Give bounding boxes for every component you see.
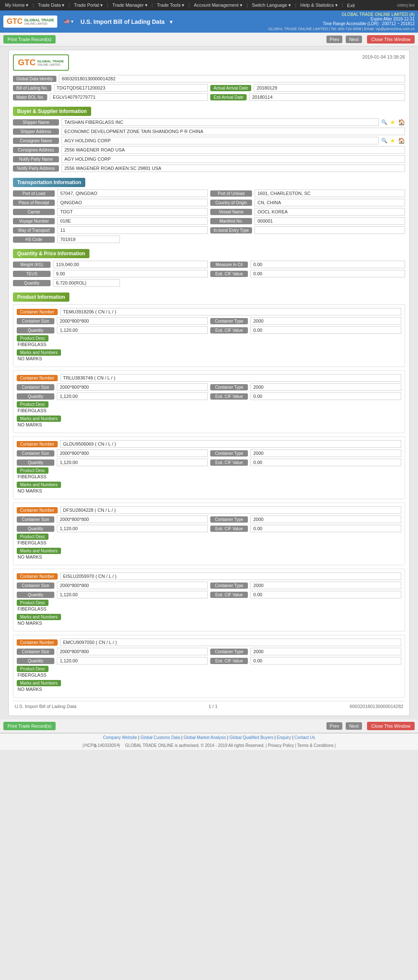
- esti-cif-value-5: 0.00: [250, 657, 401, 664]
- nav-tradedata[interactable]: Trade Data ▾: [36, 2, 66, 9]
- footer-link-company[interactable]: Company Website: [103, 735, 137, 740]
- logo-main-text: GLOBAL TRADE: [24, 18, 54, 22]
- nav-accountmgmt[interactable]: Account Management ▾: [192, 2, 244, 9]
- next-button-top[interactable]: Next: [346, 36, 362, 43]
- shipper-star-icon[interactable]: ★: [390, 119, 395, 126]
- container-number-label-2: Container Number: [17, 441, 58, 447]
- print-button-bottom[interactable]: Print Trade Record(s): [3, 722, 56, 730]
- consignee-address-label: Consignee Address: [13, 147, 59, 153]
- product-desc-row-1: Product Desc FIBERGLASS: [17, 402, 401, 414]
- footer-link-market[interactable]: Global Market Analysis: [184, 735, 226, 740]
- quantity-label-3: Quantity: [17, 526, 54, 532]
- nav-tradetools[interactable]: Trade Tools ▾: [155, 2, 186, 9]
- print-button-top[interactable]: Print Trade Record(s): [3, 35, 56, 44]
- container-type-value-2: 2000: [250, 449, 401, 457]
- record-logo-icon: GTC: [18, 58, 36, 67]
- containers-area: Container Number TEMU3918206 ( CN / L / …: [13, 304, 405, 698]
- notify-party-address-label: Notify Party Address: [13, 165, 59, 172]
- teus-cif-row: TEUS 9.00 Esti. CIF Value 0.00: [13, 270, 405, 277]
- carrier-vessel-row: Carrier TDGT Vessel Name OOCL KOREA: [13, 208, 405, 215]
- container-cif-col-4: Esti. CIF Value 0.00: [210, 591, 401, 598]
- logo-text-block: GLOBAL TRADE ONLINE LIMITED: [24, 18, 54, 25]
- quantity-label-2: Quantity: [17, 459, 54, 466]
- origin-col: Country of Origin CN, CHINA: [210, 199, 405, 206]
- nav-switchlang[interactable]: Switch Language ▾: [250, 2, 293, 9]
- container-qty-cif-row-3: Quantity 1,120.00 Esti. CIF Value 0.00: [17, 525, 401, 532]
- nav-exit[interactable]: Exit: [345, 2, 356, 9]
- weight-value: 119,040.00: [53, 261, 208, 268]
- esti-cif-label-3: Esti. CIF Value: [210, 526, 248, 532]
- footer-link-customs[interactable]: Global Customs Data: [140, 735, 180, 740]
- nav-myhome[interactable]: My Home ▾: [3, 2, 30, 9]
- close-button-bottom[interactable]: Close This Window: [367, 722, 415, 730]
- record-logo-main: GLOBAL TRADE: [37, 59, 64, 63]
- page-info: 1 / 1: [209, 704, 217, 709]
- receipt-label: Place of Receipt: [13, 200, 55, 206]
- port-unload-label: Port of Unload: [210, 190, 252, 197]
- bol-value: TDGTQDSE171200023: [54, 84, 208, 92]
- nav-tradeportal[interactable]: Trade Portal ▾: [72, 2, 104, 9]
- container-type-label-5: Container Type: [210, 649, 248, 655]
- vessel-label: Vessel Name: [210, 209, 252, 215]
- record-logo-box: GTC GLOBAL TRADE ONLINE LIMITED: [13, 54, 69, 71]
- nav-helpstats[interactable]: Help & Statistics ▾: [299, 2, 339, 9]
- container-type-label-3: Container Type: [210, 516, 248, 523]
- container-number-value-1: TRLU3836748 ( CN / L / ): [60, 374, 401, 382]
- prev-button-bottom[interactable]: Prev: [326, 722, 343, 730]
- esti-cif-value-0: 0.00: [250, 326, 401, 334]
- voyage-label: Voyage Number: [13, 218, 55, 224]
- receipt-origin-row: Place of Receipt QINGDAO Country of Orig…: [13, 199, 405, 206]
- container-qty-cif-row-0: Quantity 1,120.00 Esti. CIF Value 0.00: [17, 326, 401, 334]
- mater-bol-value: EGLV140797279771: [50, 93, 208, 101]
- footer-record-bar: U.S. Import Bill of Lading Data 1 / 1 60…: [13, 701, 405, 711]
- esti-cif-value: 0.00: [250, 270, 405, 277]
- footer-link-enquiry[interactable]: Enquiry: [277, 735, 291, 740]
- consignee-search-icon[interactable]: 🔍: [381, 138, 387, 144]
- footer-link-contact[interactable]: Contact Us: [294, 735, 315, 740]
- product-desc-label-5: Product Desc: [17, 666, 48, 672]
- container-type-col-3: Container Type 2000: [210, 516, 401, 523]
- container-block-5: Container Number EMCU9097050 ( CN / L / …: [13, 635, 405, 698]
- consignee-name-label: Consignee Name: [13, 138, 59, 144]
- container-type-col-1: Container Type 2000: [210, 383, 401, 391]
- consignee-home-icon[interactable]: 🏠: [398, 137, 405, 144]
- esti-cif-value-2: 0.00: [250, 459, 401, 466]
- manifest-value: 000001: [255, 217, 405, 225]
- container-type-value-1: 2000: [250, 383, 401, 391]
- esti-arrival-col: Esti Arrival Date 20180114: [210, 93, 405, 101]
- product-desc-value-3: FIBERGLASS: [17, 539, 401, 546]
- notify-party-name-row: Notify Party Name AGY HOLDING CORP: [13, 155, 405, 163]
- prev-button-top[interactable]: Prev: [326, 36, 343, 43]
- notify-party-name-value: AGY HOLDING CORP: [61, 155, 405, 163]
- teus-col: TEUS 9.00: [13, 270, 208, 277]
- next-button-bottom[interactable]: Next: [346, 722, 362, 730]
- esti-cif-col: Esti. CIF Value 0.00: [210, 270, 405, 277]
- footer-link-buyers[interactable]: Global Qualified Buyers: [229, 735, 273, 740]
- bottom-toolbar: Print Trade Record(s) Prev Next Close Th…: [0, 719, 418, 733]
- nav-trademanager[interactable]: Trade Manager ▾: [111, 2, 149, 9]
- container-type-col-4: Container Type 2000: [210, 582, 401, 589]
- shipper-name-row: Shipper Name TAISHAN FIBERGLASS INC 🔍 ★ …: [13, 118, 405, 126]
- container-block-3: Container Number DFSU2804228 ( CN / L / …: [13, 503, 405, 565]
- transportation-header: Transportation Information: [13, 178, 85, 187]
- shipper-home-icon[interactable]: 🏠: [398, 119, 405, 126]
- product-desc-value-4: FIBERGLASS: [17, 605, 401, 613]
- shipper-search-icon[interactable]: 🔍: [381, 119, 387, 125]
- container-type-value-0: 2000: [250, 317, 401, 325]
- title-dropdown[interactable]: ▾: [170, 18, 173, 25]
- notify-party-address-row: Notify Party Address 2556 WAGENER ROAD A…: [13, 164, 405, 172]
- mater-bol-row: Mater BOL No. EGLV140797279771 Esti Arri…: [13, 93, 405, 101]
- header-logo-area: GTC GLOBAL TRADE ONLINE LIMITED 🇺🇸 ▾ U.S…: [3, 15, 173, 28]
- consignee-star-icon[interactable]: ★: [390, 137, 395, 144]
- product-desc-row-4: Product Desc FIBERGLASS: [17, 600, 401, 613]
- actual-arrival-value: 20180129: [254, 84, 405, 92]
- container-size-value-3: 2000*800*800: [57, 516, 208, 523]
- container-size-value-5: 2000*800*800: [57, 648, 208, 655]
- container-type-label-1: Container Type: [210, 384, 248, 390]
- product-desc-row-3: Product Desc FIBERGLASS: [17, 534, 401, 546]
- close-button-top[interactable]: Close This Window: [367, 35, 415, 44]
- container-number-value-3: DFSU2804228 ( CN / L / ): [60, 506, 401, 514]
- container-size-type-row-4: Container Size 2000*800*800 Container Ty…: [17, 582, 401, 589]
- container-number-row-4: Container Number EISLU2059970 ( CN / L /…: [17, 572, 401, 580]
- bond-col: In-bond Entry Type: [210, 226, 405, 234]
